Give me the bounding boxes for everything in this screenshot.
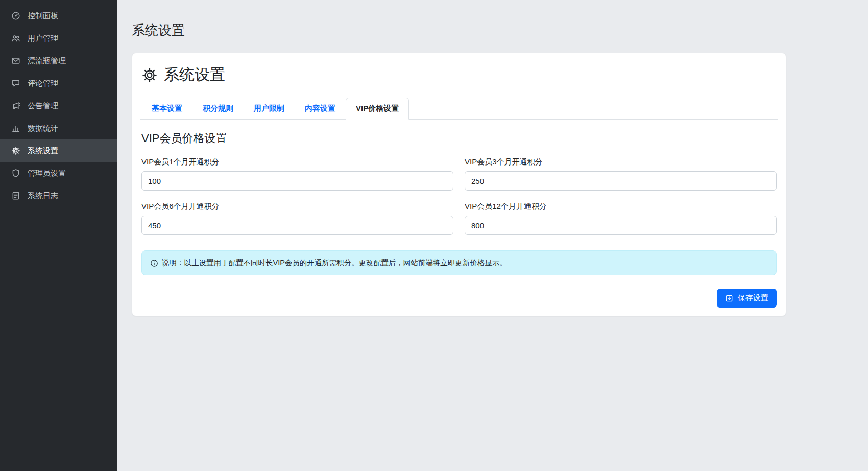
sidebar-item-users[interactable]: 用户管理 [0,27,117,50]
sidebar-item-announcements[interactable]: 公告管理 [0,95,117,117]
chart-icon [11,124,20,133]
users-icon [11,34,20,43]
card-title: 系统设置 [164,64,225,85]
tab-vip-price-settings[interactable]: VIP价格设置 [346,98,409,120]
field-vip-3month: VIP会员3个月开通积分 [465,157,777,191]
gear-icon [141,67,158,83]
comment-icon [11,79,20,88]
sidebar-item-label: 评论管理 [28,79,58,88]
log-icon [11,191,20,200]
sidebar-item-system-logs[interactable]: 系统日志 [0,184,117,207]
save-settings-button[interactable]: 保存设置 [717,289,777,308]
sidebar: 控制面板 用户管理 漂流瓶管理 评论管理 公告管理 数据统计 [0,0,117,471]
vip-price-form: VIP会员1个月开通积分 VIP会员3个月开通积分 VIP会员6个月开通积分 V… [141,157,777,235]
page-title: 系统设置 [132,21,786,39]
sidebar-item-label: 系统日志 [28,191,58,201]
sidebar-item-statistics[interactable]: 数据统计 [0,117,117,139]
field-label: VIP会员3个月开通积分 [465,157,777,167]
save-settings-label: 保存设置 [738,293,768,303]
settings-card: 系统设置 基本设置 积分规则 用户限制 内容设置 VIP价格设置 VIP会员价格… [132,53,786,316]
vip-price-pane: VIP会员价格设置 VIP会员1个月开通积分 VIP会员3个月开通积分 VIP会… [140,120,778,308]
sidebar-item-label: 用户管理 [28,34,58,43]
actions-row: 保存设置 [141,289,777,308]
tab-user-limits[interactable]: 用户限制 [244,98,295,120]
field-vip-12month: VIP会员12个月开通积分 [465,202,777,235]
sidebar-item-admin-settings[interactable]: 管理员设置 [0,162,117,184]
field-label: VIP会员12个月开通积分 [465,202,777,211]
settings-tabs: 基本设置 积分规则 用户限制 内容设置 VIP价格设置 [140,98,778,120]
sidebar-item-label: 管理员设置 [28,169,66,178]
section-title: VIP会员价格设置 [141,131,777,146]
mail-icon [11,56,20,65]
vip-6month-input[interactable] [141,216,453,235]
tab-basic-settings[interactable]: 基本设置 [141,98,192,120]
sidebar-item-system-settings[interactable]: 系统设置 [0,139,117,162]
sidebar-item-label: 漂流瓶管理 [28,56,66,66]
main-content: 系统设置 系统设置 基本设置 积分规则 用户限制 内容设置 VIP价格设置 VI… [117,0,868,471]
card-title-row: 系统设置 [141,64,778,85]
sidebar-item-label: 控制面板 [28,11,58,21]
sidebar-item-label: 系统设置 [28,146,58,156]
field-vip-6month: VIP会员6个月开通积分 [141,202,453,235]
info-icon [150,259,158,267]
field-vip-1month: VIP会员1个月开通积分 [141,157,453,191]
sidebar-item-dashboard[interactable]: 控制面板 [0,5,117,27]
shield-icon [11,169,20,178]
info-alert: 说明：以上设置用于配置不同时长VIP会员的开通所需积分。更改配置后，网站前端将立… [141,250,777,275]
sidebar-item-comments[interactable]: 评论管理 [0,72,117,95]
tab-points-rules[interactable]: 积分规则 [192,98,244,120]
dashboard-icon [11,11,20,20]
vip-1month-input[interactable] [141,171,453,191]
vip-3month-input[interactable] [465,171,777,191]
gear-icon [11,146,20,155]
info-alert-text: 说明：以上设置用于配置不同时长VIP会员的开通所需积分。更改配置后，网站前端将立… [162,258,507,268]
sidebar-item-bottles[interactable]: 漂流瓶管理 [0,50,117,72]
sidebar-item-label: 公告管理 [28,101,58,111]
tab-content-settings[interactable]: 内容设置 [295,98,346,120]
save-icon [725,294,733,302]
vip-12month-input[interactable] [465,216,777,235]
sidebar-item-label: 数据统计 [28,124,58,133]
megaphone-icon [11,101,20,110]
field-label: VIP会员1个月开通积分 [141,157,453,167]
field-label: VIP会员6个月开通积分 [141,202,453,211]
